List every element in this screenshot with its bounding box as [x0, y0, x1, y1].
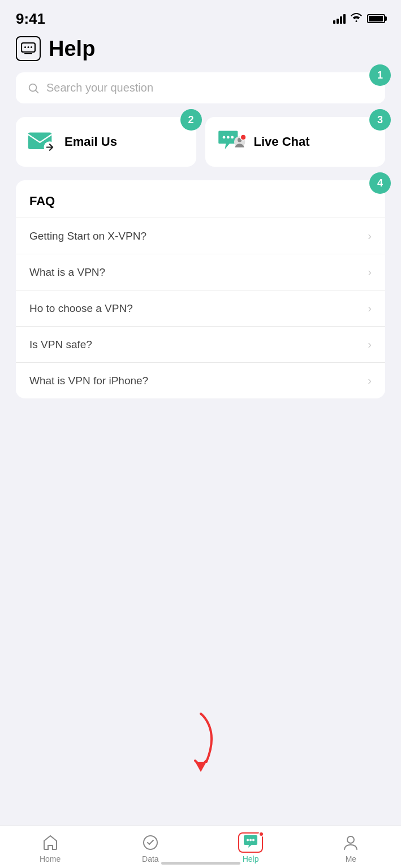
- svg-point-15: [249, 839, 252, 841]
- chevron-right-icon-4: ›: [368, 338, 372, 351]
- arrow-annotation: [175, 711, 226, 773]
- svg-point-2: [28, 46, 29, 48]
- nav-me-label: Me: [346, 854, 356, 863]
- faq-item-1[interactable]: Getting Start on X-VPN? ›: [16, 218, 385, 254]
- svg-point-1: [24, 46, 26, 48]
- badge-3: 3: [369, 109, 391, 131]
- chevron-right-icon-1: ›: [368, 229, 372, 242]
- email-icon: [27, 131, 57, 153]
- nav-help-label: Help: [243, 854, 259, 863]
- email-us-label: Email Us: [64, 134, 117, 149]
- svg-point-17: [347, 836, 354, 843]
- faq-section: 4 FAQ Getting Start on X-VPN? › What is …: [16, 180, 385, 398]
- battery-icon: [367, 14, 385, 23]
- faq-item-3[interactable]: Ho to choose a VPN? ›: [16, 290, 385, 326]
- svg-point-16: [252, 839, 255, 841]
- svg-point-7: [222, 136, 225, 138]
- badge-1: 1: [369, 64, 391, 86]
- action-row: 2 Email Us 3: [16, 117, 385, 167]
- svg-point-12: [240, 134, 246, 140]
- help-nav-box: [238, 832, 263, 853]
- badge-2: 2: [180, 109, 202, 131]
- faq-item-text-1: Getting Start on X-VPN?: [29, 230, 146, 242]
- help-nav-icon: [241, 833, 260, 852]
- search-bar[interactable]: Search your question 1: [16, 72, 385, 103]
- status-icons: [333, 12, 385, 25]
- nav-item-me[interactable]: Me: [301, 833, 401, 863]
- nav-data-label: Data: [142, 854, 159, 863]
- svg-point-3: [31, 46, 32, 48]
- arrow-svg: [175, 711, 226, 773]
- wifi-icon: [350, 12, 363, 25]
- chevron-right-icon-2: ›: [368, 266, 372, 279]
- help-notification-dot: [258, 831, 264, 837]
- home-icon: [41, 833, 60, 852]
- faq-item-2[interactable]: What is a VPN? ›: [16, 254, 385, 290]
- svg-point-8: [226, 136, 229, 138]
- chevron-right-icon-5: ›: [368, 374, 372, 387]
- search-placeholder: Search your question: [46, 81, 153, 94]
- svg-point-9: [231, 136, 234, 138]
- badge-4: 4: [369, 172, 391, 194]
- search-icon: [27, 82, 40, 94]
- live-chat-card[interactable]: 3 Live Chat: [205, 117, 386, 167]
- email-us-card[interactable]: 2 Email Us: [16, 117, 196, 167]
- nav-item-home[interactable]: Home: [0, 833, 100, 863]
- page-header: Help: [0, 29, 401, 72]
- data-icon: [141, 833, 160, 852]
- svg-point-14: [247, 839, 249, 841]
- faq-item-5[interactable]: What is VPN for iPhone? ›: [16, 362, 385, 398]
- faq-item-text-2: What is a VPN?: [29, 266, 105, 279]
- chevron-right-icon-3: ›: [368, 302, 372, 315]
- help-header-icon: [16, 36, 41, 61]
- live-chat-icon: [217, 131, 246, 153]
- home-indicator: [161, 862, 240, 865]
- faq-title: FAQ: [16, 180, 385, 218]
- me-icon: [341, 833, 360, 852]
- nav-item-help[interactable]: Help: [201, 833, 301, 863]
- nav-item-data[interactable]: Data: [100, 833, 200, 863]
- faq-item-4[interactable]: Is VPN safe? ›: [16, 326, 385, 362]
- faq-item-text-3: Ho to choose a VPN?: [29, 302, 133, 315]
- status-time: 9:41: [16, 10, 45, 28]
- faq-item-text-4: Is VPN safe?: [29, 338, 92, 351]
- signal-icon: [333, 14, 346, 24]
- page-title: Help: [49, 37, 95, 61]
- live-chat-label: Live Chat: [254, 134, 310, 149]
- nav-home-label: Home: [40, 854, 61, 863]
- status-bar: 9:41: [0, 0, 401, 29]
- faq-item-text-5: What is VPN for iPhone?: [29, 375, 148, 387]
